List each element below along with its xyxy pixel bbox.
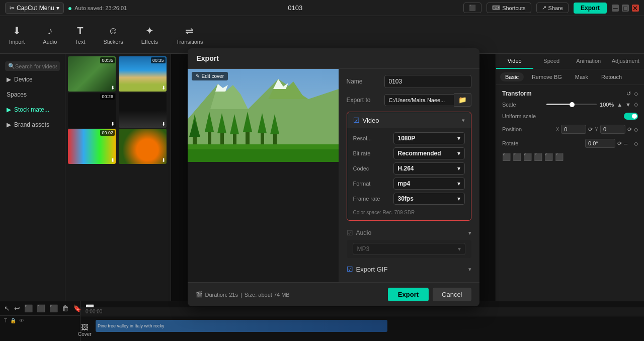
codec-value: H.264	[398, 165, 414, 172]
search-input[interactable]	[15, 63, 57, 69]
media-thumb-5[interactable]: 00:02 ⬇	[68, 129, 116, 164]
rotate-input[interactable]	[585, 139, 615, 148]
tab-video[interactable]: Video	[496, 54, 533, 69]
undo-icon[interactable]: ↩	[14, 304, 20, 312]
cursor-tool-icon[interactable]: ↖	[4, 304, 10, 312]
split3-icon[interactable]: ⬛	[49, 304, 58, 312]
codec-select[interactable]: H.264 ▾	[393, 162, 465, 175]
bitrate-select[interactable]: Recommended ▾	[393, 147, 465, 159]
logo-menu-button[interactable]: ✂ CapCut Menu ▾	[5, 3, 64, 14]
effects-tool[interactable]: ✦ Effects	[137, 22, 162, 48]
thumb-download-icon-4: ⬇	[162, 121, 166, 127]
folder-browse-button[interactable]: 📁	[454, 93, 471, 107]
export-button[interactable]: Export	[388, 288, 429, 301]
cancel-button[interactable]: Cancel	[433, 288, 471, 301]
scale-label: Scale	[502, 102, 516, 108]
export-to-row: Export to C:/Users/Maira Naee... 📁	[347, 93, 471, 107]
align-center-button[interactable]: ⬛	[513, 153, 521, 161]
split-icon[interactable]: ⬛	[24, 304, 33, 312]
monitor-button[interactable]: ⬛	[463, 3, 481, 13]
position-inputs: X ⟳ Y ⟳ ◇	[556, 125, 638, 134]
audio-options: MP3 ▾	[347, 240, 471, 258]
stickers-tool[interactable]: ☺ Stickers	[100, 22, 127, 48]
format-select[interactable]: mp4 ▾	[393, 178, 465, 190]
right-panel: Video Speed Animation Adjustment Basic R…	[496, 54, 644, 301]
video-section-title: Video	[363, 117, 379, 124]
audio-tool[interactable]: ♪ Audio	[39, 22, 61, 48]
sidebar-item-brand[interactable]: ▶ Brand assets	[3, 119, 62, 131]
minimize-button[interactable]: ─	[612, 5, 619, 12]
import-tool[interactable]: ⬇ Import	[5, 22, 29, 48]
scale-down-button[interactable]: ▼	[625, 102, 631, 108]
format-row: Format mp4 ▾	[353, 178, 465, 190]
video-clip-text: Pine tree valley in Italy with rocky	[96, 323, 167, 328]
maximize-button[interactable]: □	[622, 5, 629, 12]
footer-info: 🎬 Duration: 21s | Size: about 74 MB	[196, 291, 290, 298]
tab-speed[interactable]: Speed	[533, 54, 571, 69]
media-thumb-1[interactable]: 00:35 ⬇	[68, 56, 116, 92]
delete-icon[interactable]: 🗑	[62, 304, 69, 312]
pos-diamond-button[interactable]: ◇	[634, 126, 638, 133]
subtab-basic[interactable]: Basic	[500, 72, 524, 81]
subtab-remove-bg[interactable]: Remove BG	[527, 72, 567, 81]
share-button[interactable]: ↗ Share	[536, 3, 569, 13]
pos-y-spin-button[interactable]: ⟳	[627, 126, 632, 133]
subtab-mask[interactable]: Mask	[570, 72, 593, 81]
sidebar-item-stock[interactable]: ▶ Stock mate...	[3, 104, 62, 116]
pos-x-spin-button[interactable]: ⟳	[588, 126, 593, 133]
diamond-button[interactable]: ◇	[634, 91, 638, 97]
align-left-button[interactable]: ⬛	[502, 153, 511, 161]
video-section-header[interactable]: ☑ Video ▾	[347, 112, 471, 128]
align-bottom-button[interactable]: ⬛	[555, 153, 564, 161]
right-panel-subtabs: Basic Remove BG Mask Retouch	[496, 69, 644, 85]
autosave-dot-icon: ●	[68, 4, 72, 12]
reset-button[interactable]: ↺	[626, 91, 631, 97]
media-thumb-4[interactable]: ⬇	[119, 93, 167, 128]
position-label: Position	[502, 126, 522, 132]
audio-format-select[interactable]: MP3 ▾	[353, 243, 465, 255]
tab-animation[interactable]: Animation	[570, 54, 607, 69]
sidebar-item-spaces[interactable]: Spaces	[3, 89, 62, 101]
dialog-footer: 🎬 Duration: 21s | Size: about 74 MB Expo…	[188, 282, 479, 306]
close-button[interactable]: ✕	[632, 5, 639, 12]
gif-section-header[interactable]: ☑ Export GIF ▾	[347, 262, 471, 276]
resolution-select[interactable]: 1080P ▾	[393, 132, 465, 144]
audio-checkbox-icon: ☑	[347, 229, 353, 237]
scale-slider[interactable]	[546, 104, 597, 105]
scale-slider-thumb	[570, 102, 575, 107]
subtab-retouch[interactable]: Retouch	[596, 72, 627, 81]
split2-icon[interactable]: ⬛	[37, 304, 45, 312]
uniform-scale-toggle[interactable]	[624, 113, 638, 120]
pos-x-input[interactable]	[561, 125, 586, 134]
bitrate-label: Bit rate	[353, 150, 393, 156]
media-thumb-2[interactable]: 00:35 ⬇	[119, 56, 167, 92]
search-bar[interactable]: 🔍	[5, 61, 60, 71]
media-thumb-6[interactable]: ⬇	[119, 129, 167, 164]
align-right-button[interactable]: ⬛	[523, 153, 532, 161]
pos-y-input[interactable]	[600, 125, 625, 134]
text-tool[interactable]: T Text	[71, 22, 89, 48]
cover-button[interactable]: 🖼 Cover	[78, 323, 92, 337]
scale-diamond-button[interactable]: ◇	[634, 101, 638, 108]
export-dialog: Export	[188, 48, 479, 306]
framerate-select[interactable]: 30fps ▾	[393, 193, 465, 205]
align-top-button[interactable]: ⬛	[534, 153, 542, 161]
separator: |	[240, 292, 242, 298]
video-checkbox-icon: ☑	[353, 116, 360, 124]
rotate-spin-button[interactable]: ⟳	[617, 140, 622, 147]
transitions-tool[interactable]: ⇌ Transitions	[172, 22, 207, 48]
audio-section-header[interactable]: ☑ Audio ▾	[347, 226, 471, 240]
media-thumb-3[interactable]: 00:26 ⬇	[68, 93, 116, 128]
export-top-button[interactable]: Export	[574, 3, 607, 14]
video-clip[interactable]: Pine tree valley in Italy with rocky	[96, 320, 387, 332]
align-middle-button[interactable]: ⬛	[544, 153, 553, 161]
position-row: Position X ⟳ Y ⟳ ◇	[502, 125, 638, 134]
sidebar-item-device[interactable]: ▶ Device	[3, 73, 62, 86]
scale-up-button[interactable]: ▲	[617, 102, 622, 108]
edit-cover-button[interactable]: ✎ Edit cover	[192, 72, 228, 80]
rotate-diamond-button[interactable]: ◇	[634, 140, 638, 147]
shortcuts-button[interactable]: ⌨ Shortcuts	[487, 3, 531, 13]
tab-adjustment[interactable]: Adjustment	[607, 54, 645, 69]
name-input[interactable]	[384, 75, 471, 88]
codec-chevron-icon: ▾	[457, 165, 460, 172]
